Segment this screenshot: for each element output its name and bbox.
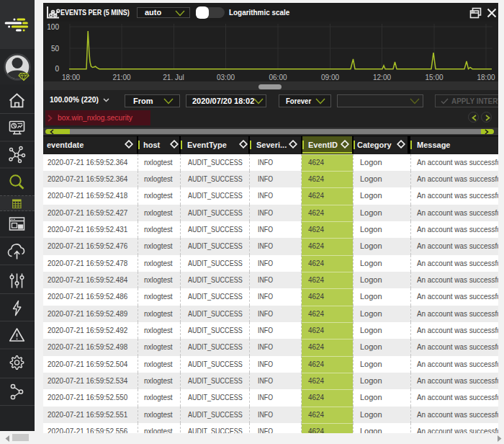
svg-text:15:00: 15:00 [425, 74, 443, 81]
svg-text:06:00: 06:00 [269, 74, 287, 81]
svg-text:0: 0 [55, 65, 59, 73]
svg-text:12:00: 12:00 [373, 74, 391, 81]
svg-text:100: 100 [47, 23, 59, 31]
svg-text:21:00: 21:00 [112, 74, 130, 81]
svg-text:03:00: 03:00 [217, 74, 235, 81]
svg-text:50: 50 [51, 45, 60, 53]
svg-text:21. Jul: 21. Jul [163, 74, 184, 81]
svg-text:18:00: 18:00 [477, 74, 495, 81]
svg-text:18:00: 18:00 [62, 74, 80, 81]
svg-text:09:00: 09:00 [321, 74, 339, 81]
